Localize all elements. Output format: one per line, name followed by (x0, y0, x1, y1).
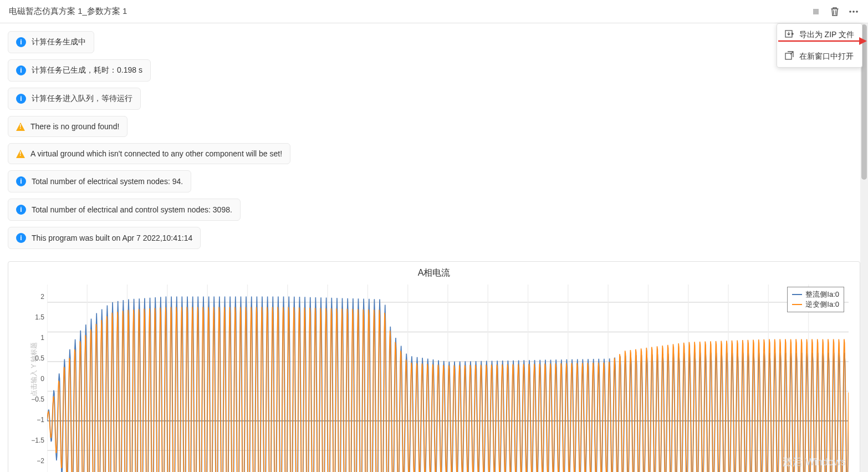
message-text: 计算任务已生成，耗时：0.198 s (32, 65, 142, 75)
chart-title: A相电流 (14, 267, 854, 279)
message-text: A virtual ground which isn't connected t… (30, 149, 282, 158)
chart-plot-area[interactable] (47, 285, 849, 472)
legend-swatch-1 (792, 304, 802, 305)
legend-label-1: 逆变侧Ia:0 (805, 300, 839, 309)
y-tick-label: −0.5 (22, 395, 44, 403)
y-tick-label: −2 (22, 457, 44, 465)
header-actions (810, 6, 859, 17)
message-card: iTotal number of electrical system nodes… (8, 170, 191, 192)
legend-label-0: 整流侧Ia:0 (805, 290, 839, 300)
info-icon: i (16, 37, 26, 47)
message-card: iThis program was built on Apr 7 2022,10… (8, 227, 201, 249)
chart-legend[interactable]: 整流侧Ia:0 逆变侧Ia:0 (787, 287, 844, 312)
info-icon: i (16, 205, 26, 215)
chart-container: A相电流 点击输入 Y 轴标题 整流侧Ia:0 逆变侧Ia:0 −2−1.5−1… (8, 261, 860, 472)
more-icon[interactable] (848, 6, 859, 17)
export-zip-label: 导出为 ZIP 文件 (799, 30, 854, 40)
message-text: There is no ground found! (30, 122, 119, 131)
y-axis-ticks: −2−1.5−1−0.500.511.52 (22, 285, 44, 472)
message-card: i计算任务已生成，耗时：0.198 s (8, 59, 151, 82)
message-text: 计算任务生成中 (32, 37, 86, 47)
y-tick-label: 2 (22, 293, 44, 301)
y-tick-label: −1.5 (22, 437, 44, 444)
svg-point-1 (849, 11, 851, 13)
info-icon: i (16, 233, 26, 243)
y-tick-label: −1 (22, 416, 44, 424)
message-card: A virtual ground which isn't connected t… (8, 143, 290, 164)
message-text: This program was built on Apr 7 2022,10:… (32, 234, 192, 242)
legend-series-1: 逆变侧Ia:0 (792, 300, 839, 309)
export-zip-item[interactable]: 导出为 ZIP 文件 (777, 24, 862, 45)
svg-point-2 (852, 11, 855, 13)
info-icon: i (16, 94, 26, 104)
message-text: 计算任务进入队列，等待运行 (32, 94, 132, 104)
scrollbar[interactable] (860, 23, 868, 472)
chart-inner: 整流侧Ia:0 逆变侧Ia:0 −2−1.5−1−0.500.511.52 (47, 285, 849, 472)
svg-point-3 (856, 11, 858, 13)
message-list: i计算任务生成中i计算任务已生成，耗时：0.198 si计算任务进入队列，等待运… (8, 31, 860, 253)
message-card: i计算任务生成中 (8, 31, 94, 53)
legend-series-0: 整流侧Ia:0 (792, 290, 839, 300)
info-icon: i (16, 176, 26, 186)
header-bar: 电磁暂态仿真方案 1_参数方案 1 (0, 0, 868, 23)
export-icon (785, 29, 794, 40)
message-card: iTotal number of electrical and control … (8, 199, 241, 221)
open-new-window-item[interactable]: 在新窗口中打开 (777, 45, 862, 67)
more-dropdown: 导出为 ZIP 文件 在新窗口中打开 (777, 23, 862, 68)
message-card: i计算任务进入队列，等待运行 (8, 88, 141, 110)
legend-swatch-0 (792, 294, 802, 295)
message-text: Total number of electrical system nodes:… (32, 177, 183, 186)
y-tick-label: 1 (22, 334, 44, 342)
svg-rect-0 (813, 9, 819, 14)
stop-icon[interactable] (810, 6, 821, 17)
message-text: Total number of electrical and control s… (32, 205, 232, 214)
trash-icon[interactable] (829, 6, 840, 17)
main-content: i计算任务生成中i计算任务已生成，耗时：0.198 si计算任务进入队列，等待运… (0, 23, 868, 472)
warning-icon (16, 123, 25, 131)
warning-icon (16, 150, 25, 158)
message-card: There is no ground found! (8, 116, 127, 137)
info-icon: i (16, 65, 26, 75)
y-tick-label: 0 (22, 375, 44, 383)
open-window-label: 在新窗口中打开 (799, 52, 854, 62)
open-window-icon (785, 51, 794, 62)
page-title: 电磁暂态仿真方案 1_参数方案 1 (9, 6, 127, 17)
y-tick-label: 1.5 (22, 313, 44, 321)
y-tick-label: 0.5 (22, 354, 44, 362)
